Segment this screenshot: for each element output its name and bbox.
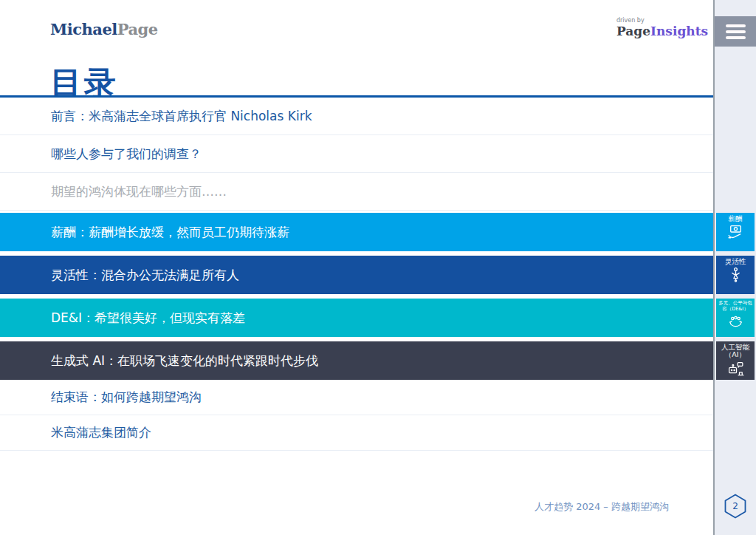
- sidebar-tab-label: 薪酬: [729, 215, 743, 222]
- sidebar-tab-salary[interactable]: 薪酬: [716, 213, 755, 251]
- logo-word-page: Page: [117, 20, 158, 38]
- page-number-badge: 2: [715, 494, 756, 519]
- toc-item-salary[interactable]: 薪酬：薪酬增长放缓，然而员工仍期待涨薪: [0, 213, 713, 251]
- sidebar-tab-label: 灵活性: [725, 258, 746, 265]
- hexagon-outline: 2: [724, 494, 746, 519]
- page-insights-wordmark: PageInsights: [616, 24, 708, 38]
- toc-item-generative-ai[interactable]: 生成式 AI：在职场飞速变化的时代紧跟时代步伐: [0, 341, 713, 380]
- toc-item-foreword[interactable]: 前言：米高蒲志全球首席执行官 Nicholas Kirk: [0, 98, 713, 135]
- driven-by-tagline: driven by: [616, 18, 708, 24]
- toc-item-label: 结束语：如何跨越期望鸿沟: [51, 389, 202, 406]
- toc-item-survey-participants[interactable]: 哪些人参与了我们的调查？: [0, 135, 713, 173]
- page-number: 2: [724, 494, 746, 519]
- right-sidebar: 薪酬 灵活性 多元、公平与包容（DE&I）: [713, 0, 756, 535]
- hamburger-icon: [726, 24, 746, 27]
- toc-item-about-pagegroup[interactable]: 米高蒲志集团简介: [0, 415, 713, 451]
- toc-item-flexibility[interactable]: 灵活性：混合办公无法满足所有人: [0, 256, 713, 294]
- toc-item-label: 前言：米高蒲志全球首席执行官 Nicholas Kirk: [51, 108, 312, 125]
- toc-item-label: 期望的鸿沟体现在哪些方面……: [51, 183, 227, 200]
- toc-item-label: DE&I：希望很美好，但现实有落差: [51, 310, 245, 327]
- ai-robot-icon: [726, 360, 745, 378]
- salary-hand-money-icon: [726, 223, 745, 242]
- toc-item-label: 薪酬：薪酬增长放缓，然而员工仍期待涨薪: [51, 224, 289, 241]
- toc-item-label: 生成式 AI：在职场飞速变化的时代紧跟时代步伐: [51, 352, 318, 369]
- toc-item-label: 哪些人参与了我们的调查？: [51, 146, 202, 163]
- menu-button[interactable]: [715, 16, 756, 47]
- michael-page-logo: MichaelPage: [50, 20, 158, 38]
- toc-item-expectation-gap-intro[interactable]: 期望的鸿沟体现在哪些方面……: [0, 173, 713, 211]
- sidebar-tab-dei[interactable]: 多元、公平与包容（DE&I）: [716, 299, 755, 337]
- dei-hands-people-icon: [727, 313, 744, 330]
- toc-item-conclusion[interactable]: 结束语：如何跨越期望鸿沟: [0, 380, 713, 415]
- toc-item-dei[interactable]: DE&I：希望很美好，但现实有落差: [0, 299, 713, 337]
- table-of-contents: 前言：米高蒲志全球首席执行官 Nicholas Kirk 哪些人参与了我们的调查…: [0, 98, 713, 451]
- report-page: MichaelPage driven by PageInsights 目录 前言…: [0, 0, 756, 535]
- page-insights-logo: driven by PageInsights: [616, 18, 708, 38]
- toc-item-label: 灵活性：混合办公无法满足所有人: [51, 267, 239, 284]
- toc-item-label: 米高蒲志集团简介: [51, 424, 151, 441]
- footer-doc-title: 人才趋势 2024 – 跨越期望鸿沟: [0, 500, 713, 514]
- sidebar-tab-label: 多元、公平与包容（DE&I）: [716, 301, 755, 313]
- logo-word-michael: Michael: [50, 20, 117, 38]
- sidebar-tab-ai[interactable]: 人工智能（AI）: [716, 341, 755, 380]
- sidebar-tab-flexibility[interactable]: 灵活性: [716, 256, 755, 294]
- sidebar-tab-label: 人工智能（AI）: [716, 344, 755, 359]
- flexibility-figure-icon: [726, 266, 745, 284]
